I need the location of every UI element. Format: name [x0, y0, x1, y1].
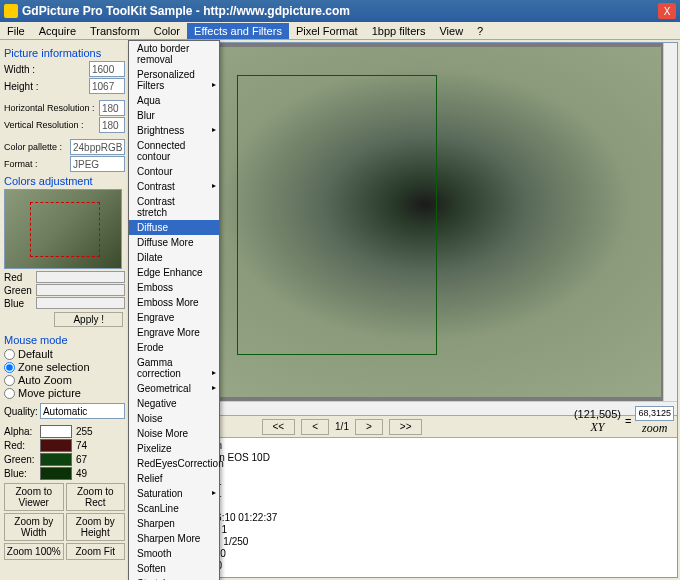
canvas-selection[interactable]	[237, 75, 437, 355]
dropdown-item[interactable]: Erode	[129, 340, 219, 355]
zoom-100-button[interactable]: Zoom 100%	[4, 543, 64, 560]
menu-view[interactable]: View	[432, 23, 470, 39]
dropdown-item[interactable]: Sharpen	[129, 516, 219, 531]
quality-label: Quality:	[4, 406, 38, 417]
vres-field[interactable]	[99, 117, 125, 133]
dropdown-item[interactable]: Contrast	[129, 179, 219, 194]
dropdown-item[interactable]: Emboss More	[129, 295, 219, 310]
mouse-zone-label: Zone selection	[18, 361, 90, 373]
dropdown-item[interactable]: Brightness	[129, 123, 219, 138]
apply-button[interactable]: Apply !	[54, 312, 123, 327]
menubar: File Acquire Transform Color Effects and…	[0, 22, 680, 40]
dropdown-item[interactable]: Relief	[129, 471, 219, 486]
menu-1bpp[interactable]: 1bpp filters	[365, 23, 433, 39]
zoom-width-button[interactable]: Zoom by Width	[4, 513, 64, 541]
dropdown-item[interactable]: Noise More	[129, 426, 219, 441]
dropdown-item[interactable]: Emboss	[129, 280, 219, 295]
zoom-value: 68,3125	[635, 406, 674, 421]
coord-box: (121,505) XY = 68,3125 zoom	[574, 406, 674, 436]
coord-xy-label: XY	[574, 420, 621, 435]
dropdown-item[interactable]: Noise	[129, 411, 219, 426]
format-label: Format :	[4, 159, 38, 169]
vertical-scrollbar[interactable]	[663, 43, 677, 401]
dropdown-item[interactable]: Pixelize	[129, 441, 219, 456]
zoom-fit-button[interactable]: Zoom Fit	[66, 543, 126, 560]
blue-value: 49	[76, 468, 87, 479]
dropdown-item[interactable]: Auto border removal	[129, 41, 219, 67]
zoom-viewer-button[interactable]: Zoom to Viewer	[4, 483, 64, 511]
blue-label: Blue:	[4, 468, 36, 479]
mouse-default-radio[interactable]	[4, 349, 15, 360]
menu-file[interactable]: File	[0, 23, 32, 39]
dropdown-item[interactable]: Sharpen More	[129, 531, 219, 546]
thumbnail	[4, 189, 122, 269]
left-panel: Picture informations Width : Height : Ho…	[0, 40, 130, 580]
mouse-autozoom-label: Auto Zoom	[18, 374, 72, 386]
first-page-button[interactable]: <<	[262, 419, 296, 435]
coord-xy: (121,505)	[574, 408, 621, 420]
mouse-default-label: Default	[18, 348, 53, 360]
thumbnail-selection	[30, 202, 100, 257]
mouse-autozoom-radio[interactable]	[4, 375, 15, 386]
dropdown-item[interactable]: Stretch	[129, 576, 219, 580]
alpha-value: 255	[76, 426, 93, 437]
menu-help[interactable]: ?	[470, 23, 490, 39]
last-page-button[interactable]: >>	[389, 419, 423, 435]
blue-slider[interactable]	[36, 297, 125, 309]
mouse-move-label: Move picture	[18, 387, 81, 399]
dropdown-item[interactable]: Negative	[129, 396, 219, 411]
red-value: 74	[76, 440, 87, 451]
dropdown-item[interactable]: Edge Enhance	[129, 265, 219, 280]
red-swatch[interactable]	[40, 439, 72, 452]
mouse-move-radio[interactable]	[4, 388, 15, 399]
palette-field[interactable]	[70, 139, 125, 155]
zoom-rect-button[interactable]: Zoom to Rect	[66, 483, 126, 511]
mouse-zone-radio[interactable]	[4, 362, 15, 373]
width-field[interactable]	[89, 61, 125, 77]
dropdown-item[interactable]: Smooth	[129, 546, 219, 561]
format-field[interactable]	[70, 156, 125, 172]
dropdown-item[interactable]: Diffuse More	[129, 235, 219, 250]
window-title: GdPicture Pro ToolKit Sample - http://ww…	[22, 4, 658, 18]
menu-acquire[interactable]: Acquire	[32, 23, 83, 39]
menu-pixelformat[interactable]: Pixel Format	[289, 23, 365, 39]
green-label: Green:	[4, 454, 36, 465]
prev-page-button[interactable]: <	[301, 419, 329, 435]
dropdown-item[interactable]: ScanLine	[129, 501, 219, 516]
dropdown-item[interactable]: RedEyesCorrection	[129, 456, 219, 471]
hres-field[interactable]	[99, 100, 125, 116]
quality-field[interactable]	[40, 403, 125, 419]
green-swatch[interactable]	[40, 453, 72, 466]
blue-swatch[interactable]	[40, 467, 72, 480]
green-slider[interactable]	[36, 284, 125, 296]
height-field[interactable]	[89, 78, 125, 94]
dropdown-item[interactable]: Connected contour	[129, 138, 219, 164]
menu-color[interactable]: Color	[147, 23, 187, 39]
dropdown-item[interactable]: Gamma correction	[129, 355, 219, 381]
menu-effects[interactable]: Effects and Filters	[187, 23, 289, 39]
dropdown-item[interactable]: Saturation	[129, 486, 219, 501]
red-slider-label: Red	[4, 272, 34, 283]
dropdown-item[interactable]: Engrave	[129, 310, 219, 325]
zoom-label: zoom	[635, 421, 674, 436]
dropdown-item[interactable]: Engrave More	[129, 325, 219, 340]
zoom-height-button[interactable]: Zoom by Height	[66, 513, 126, 541]
close-button[interactable]: X	[658, 3, 676, 19]
height-label: Height :	[4, 81, 38, 92]
dropdown-item[interactable]: Blur	[129, 108, 219, 123]
dropdown-item[interactable]: Aqua	[129, 93, 219, 108]
width-label: Width :	[4, 64, 35, 75]
dropdown-item[interactable]: Contour	[129, 164, 219, 179]
menu-transform[interactable]: Transform	[83, 23, 147, 39]
effects-dropdown: Auto border removalPersonalized FiltersA…	[128, 40, 220, 580]
dropdown-item[interactable]: Geometrical	[129, 381, 219, 396]
dropdown-item[interactable]: Personalized Filters	[129, 67, 219, 93]
red-slider[interactable]	[36, 271, 125, 283]
dropdown-item[interactable]: Contrast stretch	[129, 194, 219, 220]
dropdown-item[interactable]: Dilate	[129, 250, 219, 265]
palette-label: Color pallette :	[4, 142, 62, 152]
dropdown-item[interactable]: Soften	[129, 561, 219, 576]
next-page-button[interactable]: >	[355, 419, 383, 435]
alpha-swatch[interactable]	[40, 425, 72, 438]
dropdown-item[interactable]: Diffuse	[129, 220, 219, 235]
